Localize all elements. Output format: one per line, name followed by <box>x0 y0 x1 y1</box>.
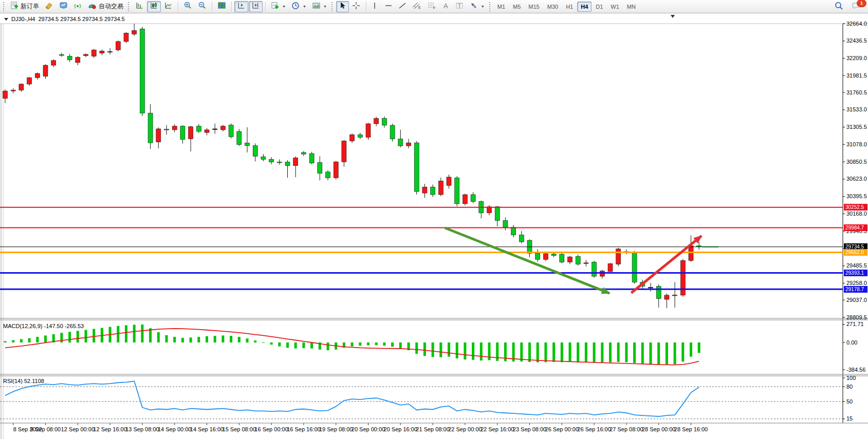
toolbar-drag-handle[interactable] <box>3 2 6 11</box>
candlestick-mode-button[interactable] <box>147 1 161 12</box>
time-axis-label: 22 Sep 00:00 <box>448 426 482 432</box>
candlestick-icon <box>150 2 158 11</box>
timeframe-button-M5[interactable]: M5 <box>509 2 524 12</box>
auto-trading-button[interactable]: 自动交易 <box>85 1 126 12</box>
price-axis-tick: 31305.5 <box>846 124 867 130</box>
crosshair-button[interactable] <box>349 1 363 12</box>
price-axis-tick: 29037.0 <box>846 297 867 303</box>
grid-layer <box>0 15 868 439</box>
market-watch-button[interactable] <box>57 1 70 12</box>
dropdown-caret: ▼ <box>481 5 485 8</box>
macd-indicator-label: MACD(12,26,9) -147.50 -265.53 <box>3 323 84 329</box>
time-axis-label: 28 Sep 00:00 <box>642 426 675 432</box>
level-price-label: 29984.7 <box>844 224 867 231</box>
levels-layer <box>0 207 843 289</box>
price-axis-tick: 31078.0 <box>846 141 867 147</box>
templates-button[interactable]: ▼ <box>309 1 329 12</box>
text-label-button[interactable]: T <box>453 1 467 12</box>
timeframe-button-M1[interactable]: M1 <box>494 2 509 12</box>
rsi-axis-tick: 80 <box>846 384 853 390</box>
arrows-icon <box>470 2 478 11</box>
auto-trading-icon <box>88 2 97 11</box>
price-axis-tick: 32436.5 <box>846 37 867 44</box>
time-axis-label: 26 Sep 16:00 <box>577 426 611 432</box>
rsi-indicator-label: RSI(14) 52.1108 <box>3 378 44 384</box>
text-button[interactable]: A <box>439 1 452 12</box>
fibonacci-button[interactable]: F <box>424 1 439 12</box>
chart-canvas[interactable]: 32664.032436.532209.031981.531760.531533… <box>0 13 868 439</box>
text-label-icon: T <box>455 2 464 11</box>
vertical-line-button[interactable] <box>369 1 381 12</box>
up-trend-arrow[interactable] <box>631 236 701 293</box>
toolbar-separator <box>265 2 266 12</box>
toolbar-separator <box>178 2 178 12</box>
time-axis-label: 22 Sep 16:00 <box>481 426 514 432</box>
svg-text:A: A <box>444 2 448 10</box>
crosshair-icon <box>352 2 361 11</box>
timeframe-group: M1M5M15M30H1H4D1W1MN <box>494 2 639 12</box>
rsi-value: 52.1108 <box>24 378 44 384</box>
price-axis-tick: 31981.5 <box>846 72 867 79</box>
line-chart-icon <box>164 2 173 11</box>
periods-button[interactable]: ▼ <box>289 1 309 12</box>
price-axis-tick: 30850.5 <box>846 159 867 165</box>
timeframe-button-M15[interactable]: M15 <box>525 2 543 12</box>
search-button[interactable] <box>832 1 846 12</box>
text-icon: A <box>442 2 450 11</box>
search-icon <box>834 2 843 12</box>
timeframe-button-D1[interactable]: D1 <box>592 2 606 12</box>
time-axis-label: 12 Sep 00:00 <box>61 426 95 432</box>
price-axis-tick: 28809.5 <box>846 314 867 320</box>
new-chart-button[interactable]: ▼ <box>268 1 288 12</box>
price-axis-tick: 31760.5 <box>846 89 867 96</box>
time-axis-label: 20 Sep 00:00 <box>352 426 385 432</box>
chart-shift-button[interactable] <box>234 1 248 12</box>
equidistant-channel-button[interactable]: E <box>410 1 424 12</box>
annot-layer <box>445 228 701 293</box>
chart-window[interactable]: DJ30-,H4 29734.5 29734.5 29734.5 29734.5… <box>0 13 868 439</box>
timeframe-button-H4[interactable]: H4 <box>577 2 592 12</box>
trendline-button[interactable] <box>396 1 409 12</box>
time-axis-label: 28 Sep 16:00 <box>674 426 708 432</box>
toolbar-group-handle[interactable] <box>331 2 334 11</box>
timeframe-button-W1[interactable]: W1 <box>607 2 623 12</box>
price-axis-tick: 30395.5 <box>846 193 867 199</box>
zoom-in-button[interactable] <box>181 1 195 12</box>
chart-shift-marker[interactable] <box>671 15 675 18</box>
bar-chart-mode-button[interactable] <box>133 1 146 12</box>
notifications-button[interactable]: 1 <box>849 1 863 12</box>
signal-button[interactable] <box>71 1 85 12</box>
new-order-button[interactable]: 新订单 <box>8 1 42 12</box>
cursor-button[interactable] <box>336 1 349 12</box>
timeframe-button-M30[interactable]: M30 <box>544 2 562 12</box>
tile-windows-button[interactable] <box>215 1 229 12</box>
price-axis-tick: 29485.5 <box>846 262 867 269</box>
macd-axis-tick: 271.71 <box>846 321 864 327</box>
price-axis-tick: 31533.0 <box>846 106 867 112</box>
timeframe-button-H1[interactable]: H1 <box>562 2 577 12</box>
auto-trading-label: 自动交易 <box>99 2 123 11</box>
level-price-label: 29178.7 <box>844 286 867 293</box>
time-axis-label: 19 Sep 08:00 <box>319 426 353 432</box>
toolbar-group-handle[interactable] <box>128 2 131 11</box>
macd-name: MACD(12,26,9) <box>3 323 42 329</box>
time-axis-label: 13 Sep 08:00 <box>125 426 159 432</box>
macd-axis-tick: 0.00 <box>846 339 857 346</box>
timeframe-button-MN[interactable]: MN <box>623 2 639 12</box>
rsi-axis-tick: 100 <box>846 375 856 381</box>
time-axis-label: 15 Sep 08:00 <box>223 426 256 432</box>
down-trend-arrow[interactable] <box>445 228 610 293</box>
auto-scroll-icon <box>251 2 260 11</box>
zoom-out-button[interactable] <box>195 1 209 12</box>
toolbar-group-handle[interactable] <box>489 2 492 11</box>
collapse-triangle-icon[interactable] <box>4 17 8 21</box>
auto-scroll-button[interactable] <box>249 1 263 12</box>
macd-values: -147.50 -265.53 <box>44 323 84 329</box>
level-price-label: 29662.0 <box>844 249 867 256</box>
objects-button[interactable] <box>42 1 56 12</box>
horizontal-line-button[interactable] <box>382 1 395 12</box>
arrows-button[interactable]: ▼ <box>467 1 487 12</box>
toolbar-separator <box>212 2 212 12</box>
monitor-chart-icon <box>59 2 68 11</box>
line-chart-mode-button[interactable] <box>161 1 175 12</box>
